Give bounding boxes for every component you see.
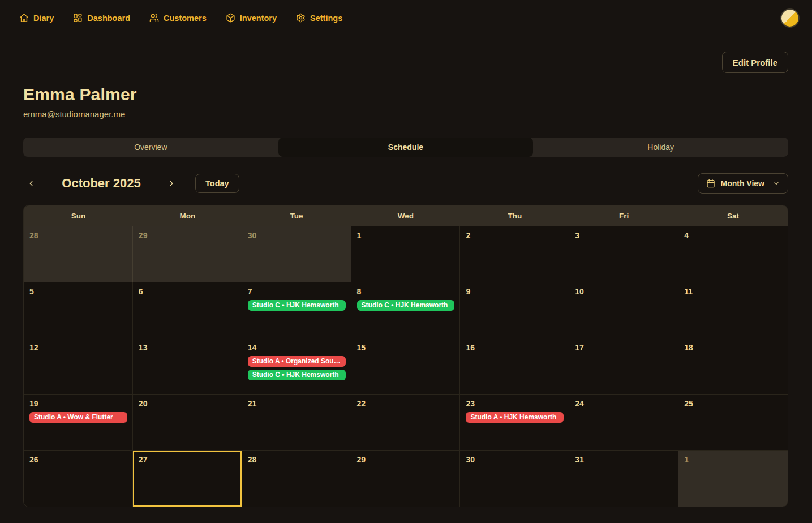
main-content: Edit Profile Emma Palmer emma@studiomana… bbox=[0, 36, 812, 507]
day-number: 18 bbox=[678, 338, 788, 352]
calendar-day-cell[interactable]: 31 bbox=[569, 451, 678, 507]
day-number: 24 bbox=[569, 395, 678, 408]
day-number: 7 bbox=[242, 282, 351, 296]
nav-item-label: Inventory bbox=[240, 14, 277, 23]
calendar-day-cell-today[interactable]: 27 bbox=[133, 451, 242, 507]
day-number: 1 bbox=[351, 226, 460, 240]
day-number: 2 bbox=[460, 226, 569, 240]
event-chip[interactable]: Studio C • HJK Hemsworth bbox=[248, 300, 346, 311]
nav-item-settings[interactable]: Settings bbox=[296, 13, 342, 23]
calendar-day-cell[interactable]: 1 bbox=[351, 226, 461, 282]
calendar-day-cell[interactable]: 24 bbox=[569, 395, 678, 451]
calendar-day-cell[interactable]: 25 bbox=[678, 395, 788, 451]
calendar-day-cell[interactable]: 28 bbox=[242, 451, 351, 507]
home-icon bbox=[19, 13, 29, 23]
day-number: 29 bbox=[133, 226, 242, 240]
chevron-right-icon bbox=[167, 179, 175, 187]
calendar-day-cell[interactable]: 13 bbox=[133, 338, 242, 395]
calendar-day-cell[interactable]: 9 bbox=[460, 282, 569, 338]
weekday-label: Wed bbox=[351, 205, 461, 226]
calendar-day-cell[interactable]: 20 bbox=[133, 395, 242, 451]
dashboard-icon bbox=[73, 13, 83, 23]
calendar-day-cell[interactable]: 29 bbox=[133, 226, 242, 282]
weekday-label: Fri bbox=[569, 205, 678, 226]
day-number: 6 bbox=[133, 282, 242, 296]
tab-overview[interactable]: Overview bbox=[23, 138, 278, 157]
day-number: 26 bbox=[24, 451, 132, 464]
day-number: 1 bbox=[678, 451, 788, 464]
avatar[interactable] bbox=[781, 10, 798, 27]
prev-month-button[interactable] bbox=[23, 175, 39, 191]
event-chip[interactable]: Studio A • Wow & Flutter bbox=[29, 412, 127, 423]
calendar-day-cell[interactable]: 6 bbox=[133, 282, 242, 338]
edit-profile-button[interactable]: Edit Profile bbox=[722, 52, 788, 73]
view-select[interactable]: Month View bbox=[698, 173, 788, 194]
next-month-button[interactable] bbox=[164, 175, 179, 191]
calendar-day-cell[interactable]: 12 bbox=[24, 338, 133, 395]
day-number: 12 bbox=[24, 338, 132, 352]
calendar-toolbar: October 2025 Today Month View bbox=[23, 173, 788, 194]
calendar-day-cell[interactable]: 19Studio A • Wow & Flutter bbox=[24, 395, 133, 451]
calendar-day-cell[interactable]: 15 bbox=[351, 338, 461, 395]
day-number: 16 bbox=[460, 338, 569, 352]
day-number: 28 bbox=[24, 226, 132, 240]
calendar-day-cell[interactable]: 5 bbox=[24, 282, 133, 338]
calendar-day-cell[interactable]: 22 bbox=[351, 395, 461, 451]
calendar-day-cell[interactable]: 10 bbox=[569, 282, 678, 338]
day-number: 19 bbox=[24, 395, 132, 408]
chevron-left-icon bbox=[27, 179, 35, 187]
day-number: 4 bbox=[678, 226, 788, 240]
nav-items: Diary Dashboard Customers Inventory Sett… bbox=[19, 13, 342, 23]
day-number: 8 bbox=[351, 282, 460, 296]
calendar-day-cell[interactable]: 8Studio C • HJK Hemsworth bbox=[351, 282, 461, 338]
nav-item-label: Dashboard bbox=[87, 14, 130, 23]
event-chip[interactable]: Studio C • HJK Hemsworth bbox=[248, 370, 346, 380]
calendar-day-cell[interactable]: 2 bbox=[460, 226, 569, 282]
calendar-day-cell[interactable]: 17 bbox=[569, 338, 678, 395]
month-calendar: Sun Mon Tue Wed Thu Fri Sat 282930123456… bbox=[23, 205, 788, 507]
event-chip[interactable]: Studio C • HJK Hemsworth bbox=[357, 300, 455, 311]
calendar-day-cell[interactable]: 11 bbox=[678, 282, 788, 338]
calendar-day-cell[interactable]: 16 bbox=[460, 338, 569, 395]
event-chip[interactable]: Studio A • HJK Hemsworth bbox=[466, 412, 564, 423]
day-number: 14 bbox=[242, 338, 351, 352]
tab-schedule[interactable]: Schedule bbox=[278, 138, 534, 157]
users-icon bbox=[149, 13, 159, 23]
profile-email: emma@studiomanager.me bbox=[23, 109, 788, 119]
day-number: 22 bbox=[351, 395, 460, 408]
nav-item-label: Diary bbox=[33, 14, 54, 23]
event-chip[interactable]: Studio A • Organized Soun... bbox=[248, 356, 346, 367]
calendar-day-cell[interactable]: 21 bbox=[242, 395, 351, 451]
calendar-day-cell[interactable]: 14Studio A • Organized Soun...Studio C •… bbox=[242, 338, 351, 395]
tab-holiday[interactable]: Holiday bbox=[533, 138, 788, 157]
calendar-day-cell[interactable]: 30 bbox=[460, 451, 569, 507]
calendar-grid: 2829301234567Studio C • HJK Hemsworth8St… bbox=[24, 226, 788, 507]
gear-icon bbox=[296, 13, 306, 23]
today-button[interactable]: Today bbox=[195, 174, 239, 193]
calendar-day-cell[interactable]: 29 bbox=[351, 451, 461, 507]
calendar-day-cell[interactable]: 3 bbox=[569, 226, 678, 282]
calendar-day-cell[interactable]: 18 bbox=[678, 338, 788, 395]
calendar-day-cell[interactable]: 4 bbox=[678, 226, 788, 282]
nav-item-customers[interactable]: Customers bbox=[149, 13, 207, 23]
weekday-label: Mon bbox=[133, 205, 242, 226]
day-number: 15 bbox=[351, 338, 460, 352]
nav-item-diary[interactable]: Diary bbox=[19, 13, 54, 23]
month-title: October 2025 bbox=[39, 176, 164, 191]
nav-item-inventory[interactable]: Inventory bbox=[226, 13, 277, 23]
day-number: 27 bbox=[133, 451, 242, 464]
calendar-day-cell[interactable]: 26 bbox=[24, 451, 133, 507]
page-title: Emma Palmer bbox=[23, 85, 788, 104]
calendar-day-cell[interactable]: 7Studio C • HJK Hemsworth bbox=[242, 282, 351, 338]
weekday-header: Sun Mon Tue Wed Thu Fri Sat bbox=[24, 205, 788, 226]
day-number: 13 bbox=[133, 338, 242, 352]
package-icon bbox=[226, 13, 235, 23]
calendar-day-cell[interactable]: 1 bbox=[678, 451, 788, 507]
day-number: 9 bbox=[460, 282, 569, 296]
calendar-day-cell[interactable]: 30 bbox=[242, 226, 351, 282]
day-number: 3 bbox=[569, 226, 678, 240]
nav-item-dashboard[interactable]: Dashboard bbox=[73, 13, 130, 23]
calendar-day-cell[interactable]: 23Studio A • HJK Hemsworth bbox=[460, 395, 569, 451]
weekday-label: Sun bbox=[24, 205, 133, 226]
calendar-day-cell[interactable]: 28 bbox=[24, 226, 133, 282]
